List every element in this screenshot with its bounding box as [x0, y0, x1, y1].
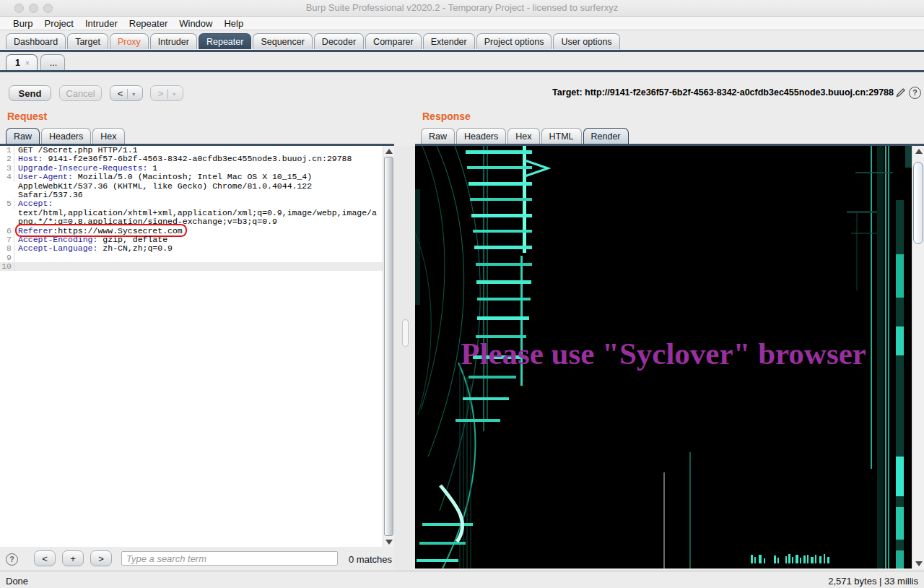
request-scrollbar-thumb[interactable] — [384, 157, 393, 536]
search-next-button[interactable]: > — [90, 550, 112, 566]
search-add-button[interactable]: + — [62, 550, 84, 566]
tab-dashboard[interactable]: Dashboard — [6, 33, 66, 49]
target-line: Target: http://9141-f2e36f57-6b2f-4563-8… — [552, 87, 894, 98]
referer-header-annotation: Referer:https://www.Sycsecret.com — [18, 226, 183, 235]
search-prev-button[interactable]: < — [34, 550, 56, 566]
tab-project-options[interactable]: Project options — [476, 33, 552, 49]
response-tab-render[interactable]: Render — [583, 128, 629, 144]
subtab-underline — [0, 70, 924, 72]
status-bar: Done 2,571 bytes | 33 millis — [0, 571, 924, 588]
tab-target[interactable]: Target — [67, 33, 108, 49]
divider-drag-handle[interactable] — [402, 319, 409, 347]
response-tab-row: RawHeadersHexHTMLRender — [421, 128, 630, 144]
status-right-label: 2,571 bytes | 33 millis — [828, 576, 918, 587]
request-scrollbar[interactable] — [383, 146, 395, 547]
repeater-subtab-[interactable]: ... — [40, 54, 65, 70]
tab-intruder[interactable]: Intruder — [150, 33, 197, 49]
main-tab-underline — [0, 50, 924, 52]
tab-comparer[interactable]: Comparer — [365, 33, 422, 49]
response-tab-headers[interactable]: Headers — [456, 128, 506, 144]
burp-suite-window: { "window": {"title": "Burp Suite Profes… — [0, 0, 924, 588]
response-section-title: Response — [422, 111, 471, 122]
line-number: 10 — [0, 262, 14, 271]
tab-decoder[interactable]: Decoder — [314, 33, 364, 49]
search-input[interactable] — [121, 551, 338, 566]
request-tab-row: RawHeadersHex — [6, 128, 126, 144]
response-tab-raw[interactable]: Raw — [421, 128, 455, 144]
tab-sequencer[interactable]: Sequencer — [253, 33, 312, 49]
status-left-label: Done — [6, 576, 28, 587]
close-icon[interactable]: × — [25, 59, 30, 67]
send-button[interactable]: Send — [9, 85, 51, 101]
target-help-icon[interactable]: ? — [909, 87, 921, 99]
scroll-down-icon[interactable] — [383, 537, 395, 547]
line-number: 5 — [0, 199, 14, 208]
chevron-down-icon[interactable]: ▾ — [173, 91, 175, 98]
search-help-icon[interactable]: ? — [6, 553, 18, 566]
line-number: 2 — [0, 155, 14, 163]
request-editor-row: Safari/537.36 — [0, 191, 383, 199]
target-url: http://9141-f2e36f57-6b2f-4563-8342-a0cf… — [585, 87, 894, 98]
tab-user-options[interactable]: User options — [553, 33, 619, 49]
back-button[interactable]: <▾ — [110, 85, 143, 101]
split-separator — [127, 89, 128, 99]
request-tab-headers[interactable]: Headers — [41, 128, 91, 144]
line-number: 8 — [0, 244, 14, 253]
tab-repeater[interactable]: Repeater — [199, 33, 251, 49]
request-editor-row: 10 — [0, 262, 383, 271]
render-message-text: Please use "Syclover" browser — [415, 336, 912, 371]
title-bar: Burp Suite Professional v2020.2 - Tempor… — [0, 0, 924, 17]
panel-divider — [394, 146, 415, 571]
response-scrollbar[interactable] — [912, 146, 924, 568]
scroll-up-icon[interactable] — [383, 146, 395, 156]
forward-button[interactable]: >▾ — [150, 85, 183, 101]
response-scrollbar-thumb[interactable] — [913, 162, 923, 244]
menu-item-window[interactable]: Window — [173, 17, 218, 29]
scroll-up-icon[interactable] — [912, 146, 924, 156]
main-tab-row: DashboardTargetProxyIntruderRepeaterSequ… — [6, 33, 622, 50]
request-tab-raw[interactable]: Raw — [6, 128, 40, 144]
tab-proxy[interactable]: Proxy — [110, 33, 149, 49]
tab-extender[interactable]: Extender — [423, 33, 475, 49]
chevron-down-icon[interactable]: ▾ — [132, 91, 135, 98]
menu-item-project[interactable]: Project — [38, 17, 79, 29]
menu-item-intruder[interactable]: Intruder — [79, 17, 123, 29]
menu-item-help[interactable]: Help — [218, 17, 249, 29]
repeater-subtab-row: 1×... — [6, 54, 68, 71]
target-label: Target: — [552, 87, 582, 98]
response-tab-hex[interactable]: Hex — [507, 128, 539, 144]
menu-item-burp[interactable]: Burp — [7, 17, 38, 29]
response-tab-html[interactable]: HTML — [541, 128, 582, 144]
request-editor-row: 8Accept-Language: zh-CN,zh;q=0.9 — [0, 244, 383, 253]
split-separator — [167, 89, 168, 99]
menu-bar: BurpProjectIntruderRepeaterWindowHelp — [0, 17, 924, 30]
request-tab-hex[interactable]: Hex — [92, 128, 124, 144]
repeater-subtab-1[interactable]: 1× — [6, 54, 38, 70]
response-render-view[interactable]: Please use "Syclover" browser — [415, 146, 912, 568]
search-matches-label: 0 matches — [349, 554, 392, 565]
request-editor[interactable]: 1GET /Secret.php HTTP/1.12Host: 9141-f2e… — [0, 146, 383, 547]
line-number: 4 — [0, 173, 14, 181]
edit-pencil-icon[interactable] — [895, 87, 907, 98]
window-title: Burp Suite Professional v2020.2 - Tempor… — [0, 2, 924, 13]
menu-item-repeater[interactable]: Repeater — [123, 17, 173, 29]
request-section-title: Request — [7, 111, 47, 122]
request-editor-row: 9 — [0, 254, 383, 262]
cancel-button[interactable]: Cancel — [59, 85, 102, 101]
scroll-down-icon[interactable] — [912, 558, 924, 568]
